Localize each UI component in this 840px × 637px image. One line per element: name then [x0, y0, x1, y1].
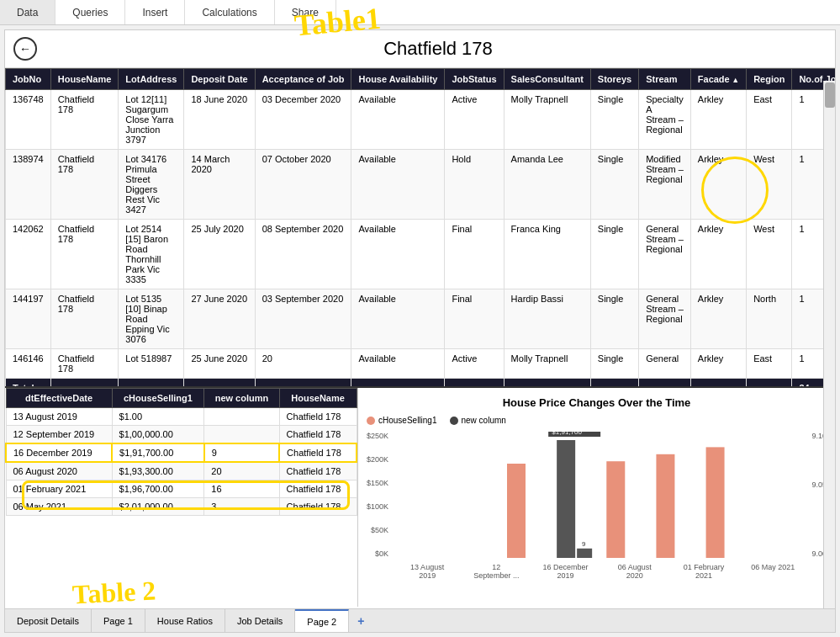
chart-svg: $1,91,7009: [393, 432, 807, 558]
left-table: dtEffectiveDate cHouseSelling1 new colum…: [5, 388, 357, 516]
col-facade[interactable]: Facade: [690, 69, 746, 90]
col-availability[interactable]: House Availability: [351, 69, 445, 90]
tab-deposit[interactable]: Deposit Details: [5, 609, 92, 632]
list-item: 01 February 2021$1,96,700.0016Chatfield …: [6, 480, 357, 498]
nav-calculations[interactable]: Calculations: [185, 0, 274, 24]
main-table-wrapper[interactable]: JobNo HouseName LotAddress Deposit Date …: [5, 68, 835, 388]
table-row: 138974Chatfield 178Lot 34176 Primula Str…: [6, 150, 836, 220]
list-item: 16 December 2019$1,91,700.009Chatfield 1…: [6, 443, 357, 462]
col-newcol[interactable]: new column: [204, 389, 279, 408]
col-storeys[interactable]: Storeys: [590, 69, 638, 90]
nav-data[interactable]: Data: [0, 0, 55, 24]
table-row: 136748Chatfield 178Lot 12[11] Sugargum C…: [6, 90, 836, 150]
legend-label-2: new column: [462, 416, 506, 425]
svg-rect-6: [606, 461, 625, 558]
col-status[interactable]: JobStatus: [445, 69, 504, 90]
table-row: 146146Chatfield 178Lot 51898725 June 202…: [6, 349, 836, 379]
page-title: Chatfield 178: [50, 38, 827, 60]
nav-insert[interactable]: Insert: [125, 0, 185, 24]
col-acceptance[interactable]: Acceptance of Job: [255, 69, 351, 90]
legend-label-1: cHouseSelling1: [378, 416, 437, 425]
tab-job-details[interactable]: Job Details: [225, 609, 295, 632]
left-table-header: dtEffectiveDate cHouseSelling1 new colum…: [6, 389, 357, 408]
tab-page1[interactable]: Page 1: [92, 609, 145, 632]
col-jobno[interactable]: JobNo: [6, 69, 51, 90]
legend-color-2: [450, 417, 458, 425]
chart-title: House Price Changes Over the Time: [367, 396, 827, 409]
col-date[interactable]: dtEffectiveDate: [6, 389, 112, 408]
col-deposit[interactable]: Deposit Date: [184, 69, 255, 90]
chart-with-axes: $250K $200K $150K $100K $50K $0K $1,91,7…: [367, 432, 827, 580]
chart-container: House Price Changes Over the Time cHouse…: [358, 388, 835, 607]
col-lotaddress[interactable]: LotAddress: [119, 69, 184, 90]
list-item: 06 August 2020$1,93,300.0020Chatfield 17…: [6, 462, 357, 480]
col-price[interactable]: cHouseSelling1: [112, 389, 204, 408]
tab-add-button[interactable]: +: [349, 611, 372, 631]
table-row: 144197Chatfield 178Lot 5135 [10] Binap R…: [6, 289, 836, 349]
main-container: ← Chatfield 178 JobNo HouseName LotAddre…: [4, 29, 836, 633]
col-consultant[interactable]: SalesConsultant: [504, 69, 590, 90]
legend-item-1: cHouseSelling1: [367, 416, 437, 425]
scrollbar-thumb[interactable]: [825, 82, 835, 108]
y-axis-left: $250K $200K $150K $100K $50K $0K: [367, 432, 393, 558]
svg-rect-8: [706, 447, 725, 558]
left-table-container[interactable]: dtEffectiveDate cHouseSelling1 new colum…: [5, 388, 358, 607]
scrollbar[interactable]: [823, 81, 835, 608]
list-item: 12 September 2019$1,00,000.00Chatfield 1…: [6, 426, 357, 444]
table-header-row: JobNo HouseName LotAddress Deposit Date …: [6, 69, 836, 90]
chart-legend: cHouseSelling1 new column: [367, 416, 827, 425]
legend-color-1: [367, 417, 375, 425]
x-axis: 13 August2019 12September ... 16 Decembe…: [393, 563, 807, 580]
back-button[interactable]: ←: [13, 37, 37, 61]
list-item: 13 August 2019$1.00Chatfield 178: [6, 408, 357, 426]
svg-rect-1: [557, 440, 575, 558]
table-row: 142062Chatfield 178Lot 2514 [15] Baron R…: [6, 220, 836, 289]
legend-item-2: new column: [450, 416, 506, 425]
tab-page2[interactable]: Page 2: [295, 609, 349, 632]
main-table: JobNo HouseName LotAddress Deposit Date …: [5, 68, 835, 388]
svg-rect-0: [507, 464, 526, 558]
svg-text:$1,91,700: $1,91,700: [552, 432, 582, 436]
svg-text:9: 9: [582, 540, 586, 548]
title-bar: ← Chatfield 178: [5, 30, 835, 68]
top-nav: Data Queries Insert Calculations Share: [0, 0, 840, 25]
svg-rect-7: [656, 454, 674, 558]
handwritten-title: Table1: [293, 1, 382, 44]
tab-house-ratios[interactable]: House Ratios: [145, 609, 225, 632]
handwritten-title2: Table 2: [71, 575, 156, 610]
col-housename[interactable]: HouseName: [50, 69, 119, 90]
total-row: Total34: [6, 379, 836, 389]
svg-rect-4: [577, 549, 592, 558]
bottom-section: dtEffectiveDate cHouseSelling1 new colum…: [5, 388, 835, 607]
col-hname[interactable]: HouseName: [279, 389, 357, 408]
chart-bars-wrapper: $1,91,7009 13 August2019 12September ...…: [393, 432, 807, 580]
list-item: 06 May 2021$2,01,000.003Chatfield 178: [6, 498, 357, 516]
nav-queries[interactable]: Queries: [55, 0, 125, 24]
tab-bar: Deposit Details Page 1 House Ratios Job …: [5, 608, 835, 632]
col-stream[interactable]: Stream: [639, 69, 691, 90]
col-region[interactable]: Region: [747, 69, 792, 90]
